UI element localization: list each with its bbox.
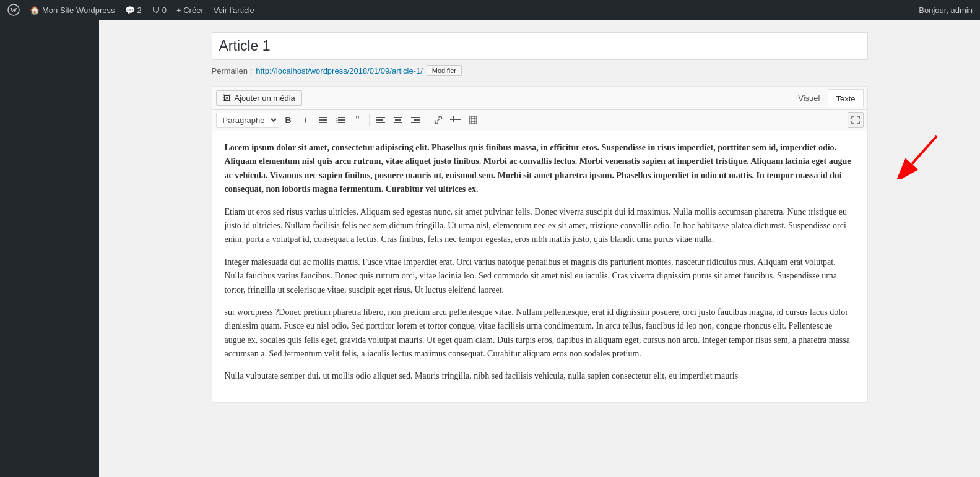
bubble-item[interactable]: 🗨 0 (152, 6, 167, 15)
svg-rect-3 (319, 119, 327, 121)
ul-button[interactable] (315, 112, 331, 128)
content-p3: Integer malesuada dui ac mollis mattis. … (225, 256, 855, 297)
svg-text:3: 3 (336, 120, 338, 124)
svg-rect-19 (411, 122, 420, 123)
toolbar-sep-2 (427, 114, 427, 126)
svg-rect-22 (469, 116, 477, 124)
post-title-input[interactable] (212, 32, 868, 60)
site-name-label: Mon Site Wordpress (42, 6, 115, 15)
bonjour-label: Bonjour, admin (919, 6, 973, 15)
format-select[interactable]: Paragraphe (216, 113, 279, 128)
voir-article-label: Voir l'article (214, 6, 254, 15)
comments-item[interactable]: 💬 2 (125, 6, 142, 15)
svg-rect-21 (453, 116, 454, 122)
content-p4: sur wordpress ?Donec pretium pharetra li… (225, 306, 855, 361)
svg-rect-18 (414, 119, 420, 121)
align-center-button[interactable] (390, 112, 406, 128)
svg-rect-6 (338, 119, 345, 121)
content-p1: Lorem ipsum dolor sit amet, consectetur … (225, 141, 855, 197)
svg-rect-16 (394, 122, 402, 123)
align-left-button[interactable] (373, 112, 389, 128)
tab-texte[interactable]: Texte (828, 89, 863, 107)
svg-rect-13 (376, 122, 385, 123)
expand-button[interactable] (848, 112, 864, 128)
editor-content[interactable]: Lorem ipsum dolor sit amet, consectetur … (212, 131, 867, 402)
comments-count: 2 (137, 6, 142, 15)
svg-rect-5 (338, 117, 345, 118)
table-button[interactable] (465, 112, 481, 128)
svg-rect-4 (319, 122, 327, 123)
add-media-button[interactable]: 🖼 Ajouter un média (216, 90, 302, 106)
svg-rect-20 (450, 119, 461, 120)
site-name-item[interactable]: 🏠 Mon Site Wordpress (30, 6, 115, 15)
bubble-icon: 🗨 (152, 6, 160, 15)
editor-toolbar: Paragraphe B I 123 " (212, 110, 867, 131)
svg-rect-15 (395, 119, 401, 121)
permalink-modify-button[interactable]: Modifier (427, 65, 462, 76)
editor-top-bar: 🖼 Ajouter un média Visuel Texte (212, 87, 867, 110)
content-p5: Nulla vulputate semper dui, ut mollis od… (225, 369, 855, 383)
creer-item[interactable]: + Créer (176, 6, 204, 15)
content-p2: Etiam ut eros sed risus varius ultricies… (225, 205, 855, 247)
svg-rect-12 (376, 119, 383, 121)
home-icon: 🏠 (30, 6, 40, 15)
voir-article-item[interactable]: Voir l'article (214, 6, 254, 15)
bold-button[interactable]: B (280, 112, 297, 128)
svg-text:W: W (11, 6, 17, 14)
wp-logo-item[interactable]: W (7, 4, 20, 16)
svg-rect-7 (338, 122, 345, 123)
svg-rect-2 (319, 117, 327, 118)
svg-rect-11 (376, 117, 385, 118)
italic-button[interactable]: I (298, 112, 314, 128)
ol-button[interactable]: 123 (332, 112, 349, 128)
permalink-bar: Permalien : http://localhost/wordpress/2… (212, 65, 868, 76)
admin-sidebar (0, 20, 99, 477)
creer-label: + Créer (176, 6, 204, 15)
svg-rect-17 (411, 117, 420, 118)
editor-container: Permalien : http://localhost/wordpress/2… (212, 32, 868, 403)
comments-icon: 💬 (125, 6, 135, 15)
bubble-count: 0 (162, 6, 167, 15)
tab-visuel[interactable]: Visuel (790, 89, 828, 106)
add-media-label: Ajouter un média (235, 93, 295, 103)
link-button[interactable] (430, 112, 446, 128)
editor-wrapper: 🖼 Ajouter un média Visuel Texte Paragrap… (212, 86, 868, 403)
media-icon: 🖼 (223, 93, 231, 103)
permalink-url[interactable]: http://localhost/wordpress/2018/01/09/ar… (256, 66, 423, 75)
quote-button[interactable]: " (350, 112, 366, 128)
toolbar-sep-1 (369, 114, 370, 126)
editor-tabs: Visuel Texte (790, 89, 863, 106)
more-button[interactable] (448, 112, 464, 128)
permalink-label: Permalien : (212, 66, 253, 75)
align-right-button[interactable] (407, 112, 423, 128)
admin-bar: W 🏠 Mon Site Wordpress 💬 2 🗨 0 + Créer V… (0, 0, 980, 20)
svg-rect-14 (394, 117, 402, 118)
